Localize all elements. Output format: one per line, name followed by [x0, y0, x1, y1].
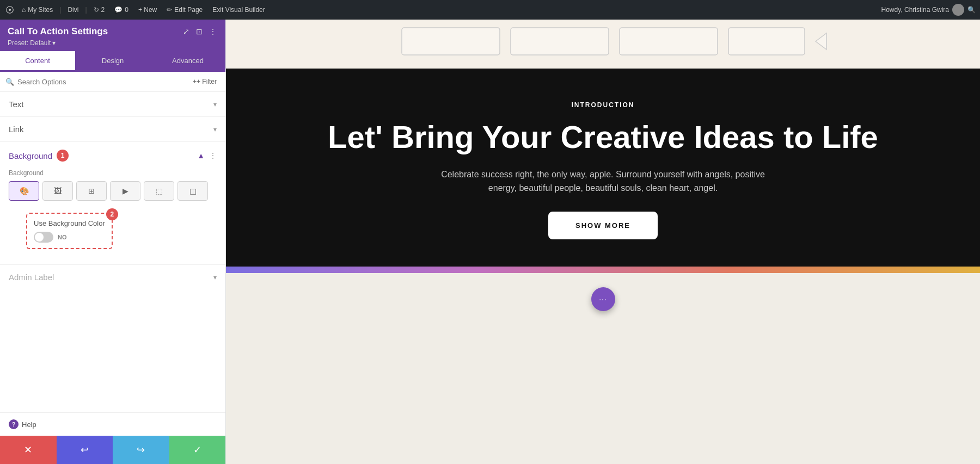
search-icon: 🔍	[5, 78, 14, 86]
preset-selector[interactable]: Preset: Default ▾	[8, 39, 218, 47]
divi-menu[interactable]: Divi	[64, 6, 82, 14]
cta-heading: Let' Bring Your Creative Ideas to Life	[248, 120, 958, 154]
pattern-icon: ⬚	[156, 187, 163, 195]
use-bg-color-container: Use Background Color NO 2	[26, 213, 113, 249]
video-icon: ▶	[122, 187, 128, 195]
main-layout: Call To Action Settings ⤢ ⊡ ⋮ Preset: De…	[0, 20, 980, 464]
admin-label-text: Admin Label	[9, 273, 54, 282]
redo-button[interactable]: ↪	[113, 436, 169, 464]
cta-intro-label: INTRODUCTION	[248, 101, 958, 109]
edit-page-btn[interactable]: ✏ Edit Page	[163, 6, 206, 14]
fab-icon: ···	[599, 295, 607, 304]
exit-visual-builder-btn[interactable]: Exit Visual Builder	[209, 6, 268, 14]
preset-arrow-icon: ▾	[52, 39, 56, 47]
background-collapse-icon[interactable]: ▲	[197, 151, 205, 160]
background-sublabel: Background	[9, 169, 217, 177]
more-icon[interactable]: ⋮	[208, 26, 218, 37]
panel-content: Text ▾ Link ▾ Background 1 ▲ ⋮	[0, 92, 225, 412]
my-sites-icon: ⌂	[22, 6, 26, 14]
admin-chevron-icon: ▾	[213, 274, 217, 281]
image-icon: 🖼	[54, 187, 62, 195]
fab-button[interactable]: ···	[591, 287, 615, 311]
svg-marker-6	[816, 33, 826, 50]
panel-title-icons: ⤢ ⊡ ⋮	[182, 26, 218, 37]
background-more-icon[interactable]: ⋮	[209, 151, 217, 160]
section-background: Background 1 ▲ ⋮	[0, 142, 225, 166]
sep2: |	[85, 6, 87, 14]
mask-icon: ◫	[189, 187, 197, 195]
section-link[interactable]: Link ▾	[0, 117, 225, 142]
undo-button[interactable]: ↩	[57, 436, 113, 464]
tab-design[interactable]: Design	[75, 51, 150, 72]
comment-icon: 💬	[114, 6, 122, 14]
right-content: INTRODUCTION Let' Bring Your Creative Id…	[226, 20, 980, 464]
bg-type-color-btn[interactable]: 🎨	[9, 181, 39, 201]
use-bg-color-toggle[interactable]	[34, 232, 53, 243]
section-text[interactable]: Text ▾	[0, 92, 225, 117]
panel-tabs: Content Design Advanced	[0, 51, 225, 72]
background-options: Background 🎨 🖼 ⊞ ▶ ⬚	[0, 166, 225, 207]
svg-rect-4	[620, 28, 718, 55]
updates-menu[interactable]: ↻ 2	[90, 6, 108, 14]
bg-type-image-btn[interactable]: 🖼	[42, 181, 73, 201]
link-chevron-icon: ▾	[213, 126, 217, 133]
filter-button[interactable]: + + Filter	[189, 76, 220, 87]
toggle-no-label: NO	[58, 234, 67, 240]
avatar[interactable]	[952, 4, 964, 16]
new-menu[interactable]: + New	[135, 6, 160, 14]
page-preview: INTRODUCTION Let' Bring Your Creative Id…	[226, 20, 980, 464]
save-button[interactable]: ✓	[169, 436, 226, 464]
admin-search-icon[interactable]: 🔍	[967, 6, 976, 14]
panel-title: Call To Action Settings	[8, 26, 108, 37]
tab-advanced[interactable]: Advanced	[150, 51, 225, 72]
cancel-button[interactable]: ✕	[0, 436, 57, 464]
cta-show-more-button[interactable]: SHOW MORE	[548, 212, 658, 239]
panel-header: Call To Action Settings ⤢ ⊡ ⋮ Preset: De…	[0, 20, 225, 51]
svg-rect-3	[511, 28, 609, 55]
admin-bar: ⌂ My Sites | Divi | ↻ 2 💬 0 + New ✏ Edit…	[0, 0, 980, 20]
bottom-action-bar: ✕ ↩ ↪ ✓	[0, 436, 225, 464]
svg-rect-5	[728, 28, 805, 55]
admin-bar-right: Howdy, Christina Gwira 🔍	[881, 4, 976, 16]
help-label: Help	[22, 420, 36, 429]
gradient-icon: ⊞	[88, 187, 95, 195]
text-section-label: Text	[9, 100, 24, 109]
gradient-bar	[226, 267, 980, 273]
comments-menu[interactable]: 💬 0	[111, 6, 132, 14]
edit-icon: ✏	[167, 6, 172, 14]
bg-type-video-btn[interactable]: ▶	[110, 181, 140, 201]
help-icon: ?	[9, 419, 19, 429]
background-section-label: Background	[9, 151, 52, 160]
cta-subtext: Celebrate success right, the only way, a…	[440, 168, 767, 195]
refresh-icon: ↻	[94, 6, 99, 14]
help-row[interactable]: ? Help	[0, 412, 225, 436]
background-type-buttons: 🎨 🖼 ⊞ ▶ ⬚ ◫	[9, 181, 217, 201]
bg-type-gradient-btn[interactable]: ⊞	[76, 181, 107, 201]
layout-icon[interactable]: ⊡	[195, 26, 204, 37]
sep1: |	[59, 6, 61, 14]
text-chevron-icon: ▾	[213, 101, 217, 108]
panel-search: 🔍 + + Filter	[0, 72, 225, 92]
tab-content[interactable]: Content	[0, 51, 75, 72]
preview-sketch	[226, 20, 980, 69]
filter-plus-icon: +	[193, 78, 197, 85]
svg-point-1	[9, 9, 11, 11]
wordpress-icon[interactable]	[4, 4, 15, 15]
background-badge-1: 1	[57, 150, 69, 162]
svg-rect-2	[402, 28, 500, 55]
preview-bottom-area: ···	[226, 273, 980, 327]
section-admin-label[interactable]: Admin Label ▾	[0, 264, 225, 289]
search-input[interactable]	[17, 78, 186, 86]
preview-top	[226, 20, 980, 69]
cta-section: INTRODUCTION Let' Bring Your Creative Id…	[226, 69, 980, 267]
expand-icon[interactable]: ⤢	[182, 26, 191, 37]
bg-type-pattern-btn[interactable]: ⬚	[144, 181, 174, 201]
bg-type-mask-btn[interactable]: ◫	[177, 181, 208, 201]
left-panel: Call To Action Settings ⤢ ⊡ ⋮ Preset: De…	[0, 20, 226, 464]
my-sites-menu[interactable]: ⌂ My Sites	[19, 6, 56, 14]
use-bg-color-label: Use Background Color	[34, 219, 105, 227]
link-section-label: Link	[9, 125, 24, 134]
color-fill-icon: 🎨	[20, 187, 29, 195]
howdy-text: Howdy, Christina Gwira	[881, 6, 949, 14]
background-badge-2: 2	[106, 208, 118, 220]
